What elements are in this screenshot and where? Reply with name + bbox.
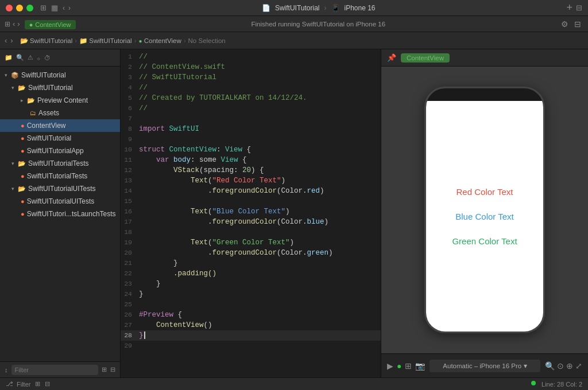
code-line-12: 12 VStack(spacing: 20) { — [121, 165, 381, 176]
sidebar-item-app[interactable]: ● SwiftUITutorialApp — [0, 145, 120, 157]
minimize-button[interactable] — [16, 5, 23, 11]
sidebar-tool-icon-2[interactable]: 🔍 — [16, 54, 24, 61]
fullscreen-button[interactable] — [26, 5, 33, 11]
sidebar-toggle-icon[interactable]: ⊞ — [40, 3, 47, 12]
close-button[interactable] — [6, 5, 13, 11]
preview-camera-icon[interactable]: 📷 — [415, 361, 425, 370]
code-line-5: 5 // Created by TUTORIALKART on 14/12/24… — [121, 93, 381, 103]
code-line-19: 19 Text("Green Color Text") — [121, 237, 381, 248]
tests-folder-icon: 📂 — [18, 160, 26, 167]
iphone-frame: Red Color Text Blue Color Text Green Col… — [424, 87, 545, 333]
pin-icon[interactable]: 📌 — [387, 53, 396, 62]
sidebar-item-swiftuitutorial[interactable]: ▾ 📂 SwiftUITutorial — [0, 81, 120, 94]
sidebar-item-uitests-file[interactable]: ● SwiftUITutorialUITests — [0, 195, 120, 208]
forward-toolbar-icon[interactable]: › — [10, 36, 13, 45]
preview-play-icon[interactable]: ▶ — [387, 361, 393, 370]
code-line-27: 27 ContentView() — [121, 320, 381, 330]
sidebar-tool-icon-1[interactable]: 📁 — [5, 54, 13, 61]
content-view-tab-label: ContentView — [35, 21, 71, 28]
grid-icon[interactable]: ▦ — [51, 3, 58, 12]
back-icon[interactable]: ‹ — [13, 20, 15, 28]
breadcrumb-file[interactable]: ● ContentView — [138, 37, 181, 44]
sidebar-item-uitests-group[interactable]: ▾ 📂 SwiftUITutorialUITests — [0, 182, 120, 195]
tab-bar: ⊞ ‹ › ● ContentView Finished running Swi… — [0, 16, 588, 32]
uitests-group-label: SwiftUITutorialUITests — [28, 185, 96, 193]
device-selector[interactable]: Automatic – iPhone 16 Pro ▾ — [430, 360, 540, 372]
sidebar-item-tests-group[interactable]: ▾ 📂 SwiftUITutorialTests — [0, 157, 120, 170]
tab-bar-tabs: 📄 SwiftUITutorial › 📱 iPhone 16 — [71, 4, 566, 12]
code-line-22: 22 .padding() — [121, 268, 381, 279]
chevron-down-icon: ▾ — [524, 362, 527, 370]
preview-badge[interactable]: ContentView — [401, 53, 450, 63]
code-area[interactable]: 1 // 2 // ContentView.swift 3 // SwiftUI… — [121, 49, 381, 377]
code-line-6: 6 // — [121, 103, 381, 114]
source-control-icon[interactable]: ↕ — [5, 366, 8, 373]
grid-small-icon[interactable]: ⊞ — [5, 20, 10, 28]
sidebar-item-swiftuitutorial-swift[interactable]: ● SwiftUITutorial — [0, 132, 120, 145]
sidebar-tool-icon-5[interactable]: ⏱ — [44, 54, 51, 61]
layout-panels-icon[interactable]: ⊟ — [574, 20, 581, 29]
chevron-down-icon: ▾ — [11, 85, 14, 91]
uitests-file-label: SwiftUITutorialUITests — [27, 197, 95, 205]
sidebar: 📁 🔍 ⚠ ⬦ ⏱ ▾ 📦 SwiftUITutorial ▾ 📂 SwiftU… — [0, 49, 121, 377]
sidebar-item-preview-content[interactable]: ▸ 📂 Preview Content — [0, 94, 120, 107]
preview-folder-icon: 📂 — [27, 97, 35, 104]
swift-file-icon: ● — [21, 122, 25, 129]
uitests-file-icon: ● — [21, 198, 25, 205]
sort-icon[interactable]: ⊟ — [110, 366, 115, 373]
chevron-down-icon: ▾ — [5, 72, 7, 78]
preview-blue-text: Blue Color Text — [455, 212, 513, 221]
sidebar-tool-icon-3[interactable]: ⚠ — [28, 54, 33, 61]
breadcrumb-folder[interactable]: 📁 SwiftUITutorial — [79, 37, 132, 45]
cursor-position: Line: 28 Col: 2 — [541, 381, 582, 388]
zoom-out-icon[interactable]: 🔍 — [545, 361, 555, 370]
zoom-reset-icon[interactable]: ⊙ — [557, 361, 564, 370]
sidebar-tool-icon-4[interactable]: ⬦ — [37, 54, 41, 61]
code-line-2: 2 // ContentView.swift — [121, 62, 381, 72]
chevron-right-icon: ▸ — [21, 98, 24, 103]
code-line-18: 18 — [121, 227, 381, 237]
content-view-tab[interactable]: ● ContentView — [25, 19, 76, 29]
add-status-icon[interactable]: ⊞ — [35, 380, 40, 388]
code-line-13: 13 Text("Red Color Text") — [121, 176, 381, 186]
add-file-icon[interactable]: ⊞ — [102, 366, 107, 373]
forward-icon[interactable]: › — [17, 20, 20, 28]
code-line-24: 24 } — [121, 289, 381, 299]
zoom-in-icon[interactable]: ⊕ — [566, 361, 573, 370]
code-line-8: 8 import SwiftUI — [121, 124, 381, 134]
app-file-icon: ● — [21, 147, 25, 154]
sidebar-item-contentview[interactable]: ● ContentView — [0, 119, 120, 132]
preview-zoom-icons: 🔍 ⊙ ⊕ ⤢ — [545, 361, 582, 370]
back-toolbar-icon[interactable]: ‹ — [5, 36, 7, 45]
iphone-screen: Red Color Text Blue Color Text Green Col… — [426, 101, 543, 332]
sidebar-item-root[interactable]: ▾ 📦 SwiftUITutorial — [0, 69, 120, 81]
preview-grid-icon[interactable]: ⊞ — [405, 361, 412, 370]
scheme-settings-icon[interactable]: ⚙ — [561, 20, 568, 29]
zoom-fit-icon[interactable]: ⤢ — [575, 361, 582, 370]
preview-toolbar: 📌 ContentView — [381, 49, 588, 67]
group-folder-icon: 📂 — [18, 84, 26, 92]
code-editor[interactable]: 1 // 2 // ContentView.swift 3 // SwiftUI… — [121, 49, 381, 377]
sidebar-file-tree: ▾ 📦 SwiftUITutorial ▾ 📂 SwiftUITutorial … — [0, 67, 120, 361]
sidebar-item-launch-tests[interactable]: ● SwiftUITutori...tsLaunchTests — [0, 208, 120, 220]
sidebar-item-assets[interactable]: 🗂 Assets — [0, 107, 120, 119]
code-line-28: 28 } — [121, 330, 381, 341]
code-line-7: 7 — [121, 114, 381, 124]
layout-button[interactable]: ⊟ — [576, 3, 582, 12]
add-tab-button[interactable]: + — [566, 2, 572, 14]
remove-status-icon[interactable]: ⊟ — [45, 380, 50, 388]
breadcrumb-project[interactable]: 📂 SwiftUITutorial — [20, 37, 73, 45]
status-right: Line: 28 Col: 2 — [531, 381, 582, 388]
assets-file-icon: 🗂 — [30, 110, 36, 116]
nav-back-icon[interactable]: ‹ — [63, 4, 65, 12]
preview-panel: 📌 ContentView Red Color Text Blue Color … — [381, 49, 588, 377]
title-bar-right: + ⊟ — [566, 2, 582, 14]
preview-live-icon[interactable]: ● — [397, 361, 401, 370]
tab-swiftuitutorial[interactable]: SwiftUITutorial — [275, 4, 320, 12]
filter-status-icon[interactable]: Filter — [17, 381, 30, 388]
filter-input[interactable] — [11, 365, 99, 375]
code-line-29: 29 — [121, 341, 381, 351]
sidebar-item-tests-file[interactable]: ● SwiftUITutorialTests — [0, 170, 120, 182]
branch-icon[interactable]: ⎇ — [6, 380, 13, 388]
tab-iphone[interactable]: iPhone 16 — [345, 4, 376, 12]
